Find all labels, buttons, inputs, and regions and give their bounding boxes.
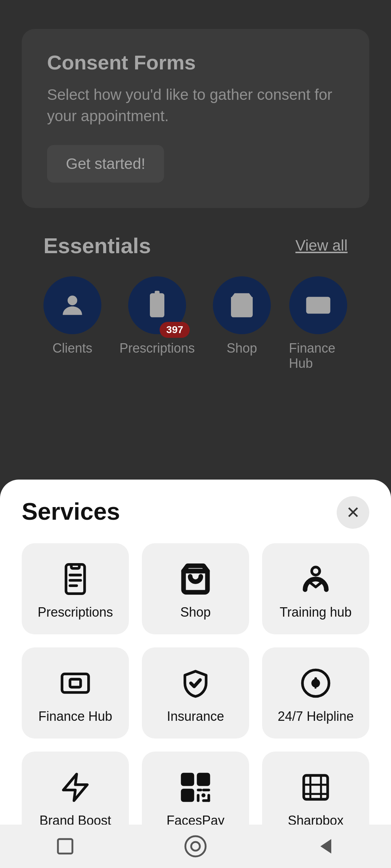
svg-rect-38 bbox=[58, 839, 72, 854]
service-label-prescriptions: Prescriptions bbox=[38, 605, 113, 620]
insurance-svg bbox=[180, 667, 211, 699]
bottom-nav bbox=[0, 825, 391, 868]
sharpbox-svg bbox=[300, 771, 332, 803]
svg-point-40 bbox=[191, 842, 200, 851]
sharpbox-icon bbox=[299, 771, 332, 804]
svg-rect-22 bbox=[185, 777, 190, 782]
service-label-helpline: 24/7 Helpline bbox=[278, 709, 354, 724]
brand-boost-icon bbox=[59, 771, 92, 804]
service-item-shop[interactable]: Shop bbox=[142, 543, 249, 634]
services-modal-title: Services bbox=[22, 498, 369, 525]
service-label-insurance: Insurance bbox=[167, 709, 224, 724]
service-item-training-hub[interactable]: Training hub bbox=[262, 543, 369, 634]
shop-svg bbox=[180, 563, 211, 595]
svg-text:?: ? bbox=[312, 678, 319, 691]
facespay-svg bbox=[180, 771, 211, 803]
square-icon bbox=[54, 835, 76, 857]
service-label-shop: Shop bbox=[180, 605, 211, 620]
svg-rect-33 bbox=[304, 775, 328, 799]
nav-square-button[interactable] bbox=[51, 832, 80, 861]
finance-hub-icon bbox=[59, 667, 92, 699]
svg-rect-26 bbox=[185, 793, 190, 798]
close-icon: ✕ bbox=[346, 503, 360, 522]
brand-boost-svg bbox=[59, 771, 91, 803]
facespay-icon bbox=[179, 771, 212, 804]
prescription-svg bbox=[59, 563, 91, 595]
service-label-finance-hub: Finance Hub bbox=[38, 709, 112, 724]
services-grid: Prescriptions Shop bbox=[22, 543, 369, 843]
helpline-svg: ? bbox=[300, 667, 332, 699]
insurance-icon bbox=[179, 667, 212, 699]
modal-close-button[interactable]: ✕ bbox=[337, 496, 369, 529]
nav-home-button[interactable] bbox=[181, 832, 210, 861]
nav-back-button[interactable] bbox=[311, 832, 340, 861]
helpline-icon: ? bbox=[299, 667, 332, 699]
service-item-finance-hub[interactable]: Finance Hub bbox=[22, 647, 129, 739]
service-item-insurance[interactable]: Insurance bbox=[142, 647, 249, 739]
svg-rect-16 bbox=[62, 674, 88, 692]
svg-rect-24 bbox=[201, 777, 206, 782]
svg-point-39 bbox=[185, 836, 206, 856]
shop-icon bbox=[179, 563, 212, 595]
finance-svg bbox=[59, 667, 91, 699]
back-icon bbox=[315, 835, 337, 857]
modal-overlay: ✕ Services Prescriptions bbox=[0, 0, 391, 868]
training-icon bbox=[299, 563, 332, 595]
svg-marker-41 bbox=[320, 839, 331, 854]
service-label-training-hub: Training hub bbox=[280, 605, 352, 620]
services-modal: ✕ Services Prescriptions bbox=[0, 480, 391, 868]
training-svg bbox=[300, 563, 332, 595]
svg-point-15 bbox=[312, 567, 320, 575]
prescriptions-badge: 397 bbox=[160, 322, 190, 338]
prescription-icon bbox=[59, 563, 92, 595]
service-item-helpline[interactable]: ? 24/7 Helpline bbox=[262, 647, 369, 739]
svg-rect-17 bbox=[70, 679, 80, 687]
service-item-prescriptions[interactable]: Prescriptions bbox=[22, 543, 129, 634]
circle-icon bbox=[183, 834, 208, 859]
